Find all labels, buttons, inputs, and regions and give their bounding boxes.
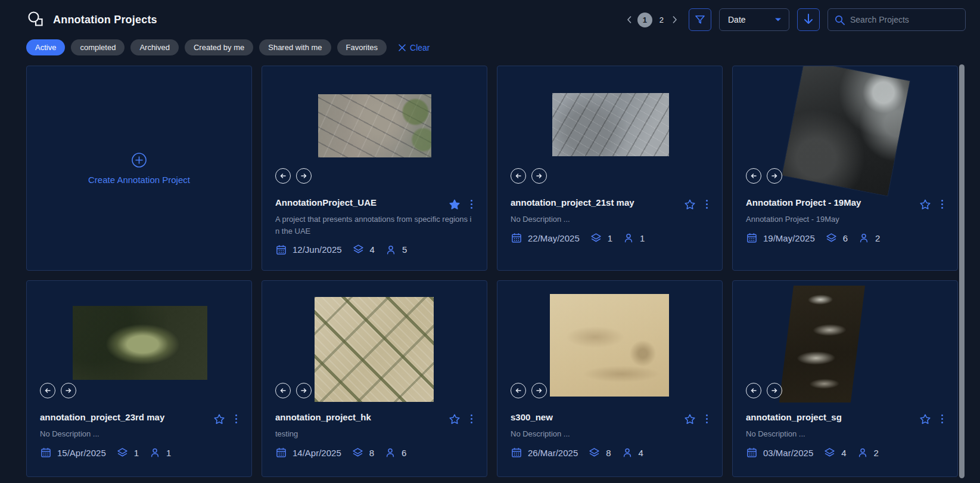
calendar-icon [275, 244, 287, 256]
thumbnail-nav [40, 383, 238, 398]
users-count: 4 [639, 448, 643, 458]
layers-count: 4 [841, 448, 846, 458]
project-description: Annotation Project - 19May [746, 213, 944, 225]
title-group: Annotation Projects [26, 10, 157, 30]
page-title: Annotation Projects [53, 14, 157, 26]
prev-image-button[interactable] [746, 383, 761, 398]
users-count: 1 [640, 233, 645, 243]
user-icon [149, 447, 161, 459]
pagination-page-2[interactable]: 2 [657, 14, 667, 26]
next-image-button[interactable] [61, 383, 76, 398]
kebab-menu-icon[interactable] [705, 198, 709, 210]
users-count: 5 [402, 244, 407, 255]
users-count: 1 [166, 448, 171, 458]
project-meta: 14/Apr/2025 8 6 [275, 447, 474, 459]
layers-icon [352, 243, 365, 256]
layers-icon [116, 447, 129, 459]
next-image-button[interactable] [296, 168, 312, 184]
pagination-page-1[interactable]: 1 [637, 13, 652, 27]
next-image-button[interactable] [531, 168, 547, 184]
project-meta: 26/Mar/2025 8 4 [511, 447, 709, 459]
clear-filters-button[interactable]: Clear [399, 43, 430, 52]
layers-icon [825, 232, 838, 244]
favorite-star-icon[interactable] [919, 413, 931, 425]
kebab-menu-icon[interactable] [705, 413, 709, 425]
layers-count: 8 [606, 448, 611, 458]
project-card[interactable]: annotation_project_23rd may No Descripti… [26, 280, 252, 477]
chip-active[interactable]: Active [26, 39, 65, 55]
project-date: 26/Mar/2025 [528, 448, 578, 458]
create-annotation-project-label: Create Annotation Project [88, 175, 190, 185]
search-box [827, 8, 966, 31]
pagination-prev-button[interactable] [626, 14, 633, 25]
date-sort-dropdown[interactable]: Date [719, 8, 789, 31]
chip-shared-with-me[interactable]: Shared with me [259, 39, 331, 55]
prev-image-button[interactable] [40, 383, 55, 398]
project-date: 14/Apr/2025 [293, 448, 341, 458]
layers-count: 8 [369, 448, 374, 458]
project-card[interactable]: annotation_project_hk testing 14/Apr/202… [262, 280, 487, 477]
pagination-next-button[interactable] [671, 14, 679, 25]
project-description: No Description ... [511, 428, 709, 440]
thumbnail-nav [746, 383, 944, 398]
project-card[interactable]: annotation_project_21st may No Descripti… [497, 66, 723, 271]
project-title: annotation_project_hk [275, 412, 371, 423]
project-title: s300_new [511, 412, 553, 423]
user-icon [384, 447, 396, 459]
pagination: 1 2 [626, 13, 679, 27]
layers-icon [588, 447, 601, 459]
user-icon [621, 447, 633, 459]
kebab-menu-icon[interactable] [469, 198, 474, 210]
users-count: 2 [875, 233, 880, 243]
search-icon [834, 14, 845, 26]
search-input[interactable] [850, 15, 959, 24]
next-image-button[interactable] [531, 383, 547, 398]
project-card[interactable]: AnnotationProject_UAE A project that pre… [262, 66, 487, 271]
next-image-button[interactable] [767, 168, 782, 184]
prev-image-button[interactable] [275, 168, 291, 184]
project-card[interactable]: annotation_project_sg No Description ...… [732, 280, 958, 477]
chip-archived[interactable]: Archived [130, 39, 179, 55]
close-icon [399, 44, 406, 51]
header-controls: 1 2 Date [626, 8, 966, 31]
chip-favorites[interactable]: Favorites [337, 39, 387, 55]
layers-icon [590, 232, 602, 244]
project-title: Annotation Project - 19May [746, 197, 861, 208]
project-meta: 22/May/2025 1 1 [511, 232, 709, 244]
prev-image-button[interactable] [746, 168, 761, 184]
filter-button[interactable] [689, 8, 711, 31]
kebab-menu-icon[interactable] [940, 198, 944, 210]
project-meta: 15/Apr/2025 1 1 [40, 447, 238, 459]
kebab-menu-icon[interactable] [940, 413, 944, 425]
next-image-button[interactable] [296, 383, 312, 398]
project-title: annotation_project_21st may [511, 197, 634, 208]
project-description: A project that presents annotations from… [275, 213, 474, 237]
favorite-star-icon[interactable] [684, 199, 696, 210]
top-bar: Annotation Projects 1 2 Date [26, 7, 966, 32]
vertical-scrollbar[interactable] [959, 64, 965, 478]
favorite-star-icon[interactable] [449, 413, 461, 425]
create-annotation-project-card[interactable]: Create Annotation Project [26, 66, 252, 271]
favorite-star-icon[interactable] [919, 199, 931, 210]
project-card[interactable]: Annotation Project - 19May Annotation Pr… [732, 66, 958, 271]
chip-created-by-me[interactable]: Created by me [185, 39, 253, 55]
thumbnail-nav [275, 383, 474, 398]
project-date: 22/May/2025 [528, 233, 580, 243]
chip-completed[interactable]: completed [71, 39, 125, 55]
download-button[interactable] [797, 8, 820, 31]
layers-icon [351, 447, 364, 459]
prev-image-button[interactable] [275, 383, 291, 398]
thumbnail-nav [511, 383, 709, 398]
favorite-star-icon[interactable] [684, 413, 696, 425]
next-image-button[interactable] [767, 383, 782, 398]
project-card[interactable]: s300_new No Description ... 26/Mar/2025 … [497, 280, 723, 477]
favorite-star-icon[interactable] [449, 199, 461, 210]
calendar-icon [746, 447, 758, 459]
date-sort-value: Date [728, 15, 746, 24]
kebab-menu-icon[interactable] [469, 413, 474, 425]
prev-image-button[interactable] [511, 383, 526, 398]
kebab-menu-icon[interactable] [234, 413, 238, 425]
download-arrow-icon [802, 13, 814, 26]
prev-image-button[interactable] [511, 168, 526, 184]
favorite-star-icon[interactable] [213, 413, 225, 425]
